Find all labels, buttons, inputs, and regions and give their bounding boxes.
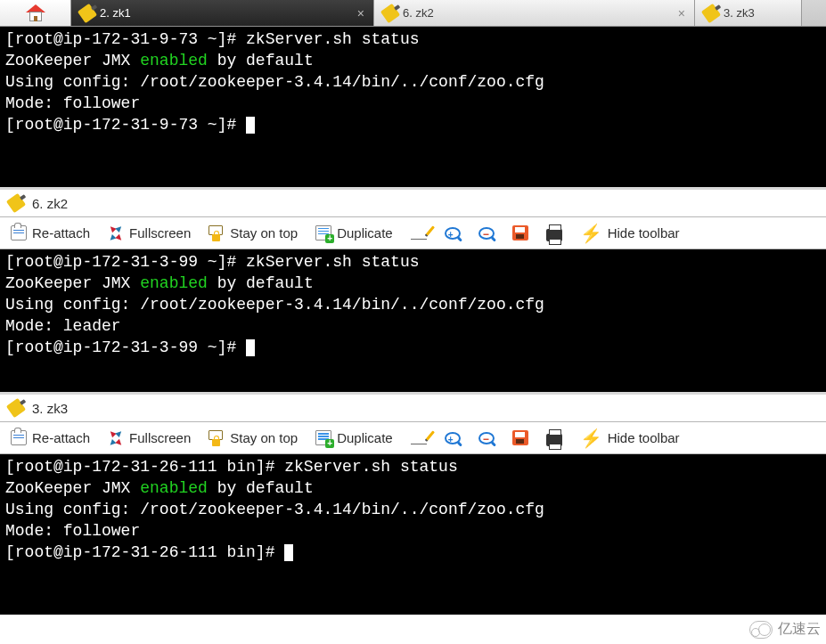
cursor-block [246, 117, 255, 134]
button-label: Fullscreen [129, 430, 191, 445]
hide-toolbar-button[interactable]: ⚡ Hide toolbar [580, 225, 680, 240]
key-icon [6, 193, 26, 213]
zoom-out-icon: − [478, 227, 495, 240]
button-label: Fullscreen [129, 225, 191, 240]
duplicate-icon [315, 430, 331, 445]
lightning-icon: ⚡ [580, 431, 602, 445]
output-line: Using config: /root/zookeeper-3.4.14/bin… [5, 296, 544, 314]
zoom-out-button[interactable]: − [478, 227, 495, 240]
tab-zk3[interactable]: 3. zk3 [695, 0, 802, 26]
terminal-zk2[interactable]: [root@ip-172-31-3-99 ~]# zkServer.sh sta… [0, 249, 826, 392]
panel-titlebar-zk3: 3. zk3 [0, 392, 826, 422]
output-line: ZooKeeper JMX [5, 52, 140, 69]
output-line: Mode: follower [5, 522, 140, 540]
toolbar-zk2: Re-attach ▲▲▲▲ Fullscreen Stay on top Du… [0, 217, 826, 249]
zoom-in-icon: + [445, 432, 461, 444]
cloud-icon [749, 621, 773, 639]
terminal-zk1[interactable]: [root@ip-172-31-9-73 ~]# zkServer.sh sta… [0, 27, 826, 187]
output-line: by default [208, 479, 314, 497]
panel-title: 3. zk3 [32, 401, 68, 416]
button-label: Re-attach [32, 225, 90, 240]
fullscreen-icon: ▲▲▲▲ [108, 225, 124, 241]
command-text: zkServer.sh status [246, 253, 419, 271]
close-icon[interactable]: × [678, 6, 685, 20]
prompt: [root@ip-172-31-26-111 bin]# [5, 458, 284, 476]
save-icon [512, 430, 528, 445]
button-label: Hide toolbar [608, 225, 680, 240]
zoom-out-icon: − [478, 432, 495, 444]
output-line: Mode: follower [5, 94, 140, 112]
command-text: zkServer.sh status [284, 458, 457, 476]
panel-titlebar-zk2: 6. zk2 [0, 187, 826, 217]
panel-title: 6. zk2 [32, 196, 68, 211]
output-enabled: enabled [140, 479, 208, 497]
zoom-out-button[interactable]: − [478, 432, 495, 444]
fullscreen-button[interactable]: ▲▲▲▲ Fullscreen [108, 225, 191, 241]
button-label: Duplicate [337, 225, 393, 240]
stay-on-top-button[interactable]: Stay on top [209, 430, 298, 446]
command-text: zkServer.sh status [246, 30, 419, 48]
prompt: [root@ip-172-31-26-111 bin]# [5, 543, 284, 561]
output-line: Mode: leader [5, 317, 121, 335]
fullscreen-button[interactable]: ▲▲▲▲ Fullscreen [108, 430, 191, 446]
output-enabled: enabled [140, 52, 208, 69]
tab-label: 6. zk2 [403, 6, 434, 20]
button-label: Duplicate [337, 430, 393, 445]
save-icon [512, 225, 528, 240]
print-button[interactable] [546, 227, 562, 240]
key-icon [6, 398, 26, 418]
stay-on-top-icon [209, 225, 225, 241]
stay-on-top-icon [209, 430, 225, 446]
stay-on-top-button[interactable]: Stay on top [209, 225, 298, 241]
reattach-button[interactable]: Re-attach [11, 225, 90, 240]
tab-label: 2. zk1 [100, 6, 131, 20]
key-icon [701, 3, 721, 22]
close-icon[interactable]: × [357, 6, 364, 20]
output-line: by default [208, 274, 314, 292]
home-tab[interactable] [0, 0, 71, 26]
watermark: 亿速云 [749, 620, 821, 639]
edit-button[interactable] [411, 227, 427, 240]
printer-icon [546, 434, 562, 446]
output-line: ZooKeeper JMX [5, 274, 140, 292]
lightning-icon: ⚡ [580, 226, 602, 240]
button-label: Stay on top [230, 225, 298, 240]
watermark-text: 亿速云 [778, 620, 821, 639]
button-label: Re-attach [32, 430, 90, 445]
reattach-button[interactable]: Re-attach [11, 430, 90, 445]
edit-button[interactable] [411, 432, 427, 444]
tab-label: 3. zk3 [724, 6, 755, 20]
clipboard-icon [11, 225, 27, 240]
output-enabled: enabled [140, 274, 208, 292]
prompt: [root@ip-172-31-3-99 ~]# [5, 253, 246, 271]
print-button[interactable] [546, 432, 562, 444]
terminal-zk3[interactable]: [root@ip-172-31-26-111 bin]# zkServer.sh… [0, 454, 826, 615]
key-icon [78, 3, 97, 22]
hide-toolbar-button[interactable]: ⚡ Hide toolbar [580, 430, 680, 445]
pencil-icon [411, 432, 427, 444]
home-icon [26, 4, 45, 22]
output-line: Using config: /root/zookeeper-3.4.14/bin… [5, 73, 544, 91]
fullscreen-icon: ▲▲▲▲ [108, 430, 124, 446]
key-icon [380, 3, 400, 22]
button-label: Stay on top [230, 430, 298, 445]
cursor-block [284, 544, 293, 561]
duplicate-button[interactable]: Duplicate [315, 225, 393, 240]
tab-zk2[interactable]: 6. zk2 × [374, 0, 695, 26]
clipboard-icon [11, 430, 27, 445]
tab-zk1[interactable]: 2. zk1 × [71, 0, 374, 26]
zoom-in-button[interactable]: + [445, 227, 461, 240]
pencil-icon [411, 227, 427, 240]
button-label: Hide toolbar [608, 430, 680, 445]
prompt: [root@ip-172-31-3-99 ~]# [5, 338, 246, 356]
duplicate-button[interactable]: Duplicate [315, 430, 393, 445]
duplicate-icon [315, 225, 331, 240]
output-line: Using config: /root/zookeeper-3.4.14/bin… [5, 501, 544, 518]
zoom-in-button[interactable]: + [445, 432, 461, 444]
prompt: [root@ip-172-31-9-73 ~]# [5, 116, 246, 134]
prompt: [root@ip-172-31-9-73 ~]# [5, 30, 246, 48]
save-button[interactable] [512, 430, 528, 445]
output-line: by default [208, 52, 314, 69]
main-tabstrip: 2. zk1 × 6. zk2 × 3. zk3 [0, 0, 826, 27]
save-button[interactable] [512, 225, 528, 240]
